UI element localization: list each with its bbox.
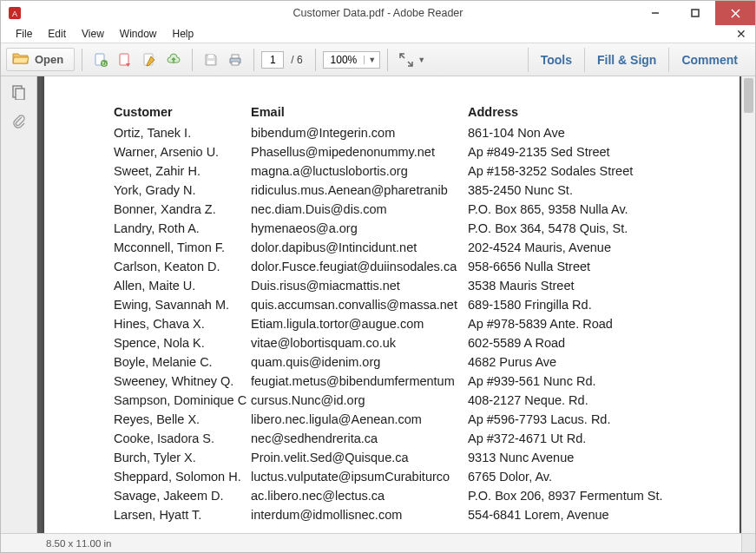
attachments-icon[interactable] — [10, 113, 28, 130]
zoom-value: 100% — [324, 54, 365, 66]
cell-address: 689-1580 Fringilla Rd. — [468, 295, 713, 314]
minimize-button[interactable] — [635, 1, 675, 25]
print-icon[interactable] — [224, 49, 247, 71]
menu-view[interactable]: View — [74, 26, 112, 42]
svg-rect-11 — [207, 61, 214, 64]
cell-customer: Spence, Nola K. — [114, 333, 251, 352]
table-row: Warner, Arsenio U.Phasellus@mipedenonumm… — [114, 142, 713, 161]
window-controls — [635, 1, 755, 25]
cell-address: P.O. Box 364, 5478 Quis, St. — [468, 219, 713, 238]
cloud-upload-icon[interactable] — [162, 49, 185, 71]
page-number-input[interactable] — [261, 51, 284, 69]
table-row: Ortiz, Tanek I.bibendum@Integerin.com861… — [114, 123, 713, 142]
cell-email: luctus.vulputate@ipsumCurabiturco — [251, 467, 468, 486]
fill-sign-panel-button[interactable]: Fill & Sign — [584, 48, 668, 72]
page-dimensions-label: 8.50 x 11.00 in — [46, 538, 111, 549]
cell-email: quis.accumsan.convallis@massa.net — [251, 295, 468, 314]
table-row: Sweet, Zahir H.magna.a@luctuslobortis.or… — [114, 161, 713, 181]
table-row: Spence, Nola K.vitae@lobortisquam.co.uk6… — [114, 333, 713, 352]
cell-customer: Carlson, Keaton D. — [114, 257, 251, 276]
document-viewport[interactable]: Customer Email Address Ortiz, Tanek I.bi… — [37, 76, 755, 533]
menu-file[interactable]: File — [8, 26, 40, 42]
svg-rect-12 — [208, 55, 214, 58]
cell-customer: Larsen, Hyatt T. — [114, 505, 251, 524]
table-row: Allen, Maite U.Duis.risus@miacmattis.net… — [114, 276, 713, 295]
cell-customer: Ortiz, Tanek I. — [114, 123, 251, 142]
cell-email: Etiam.ligula.tortor@augue.com — [251, 314, 468, 333]
tools-panel-button[interactable]: Tools — [528, 48, 584, 72]
cell-address: Ap #939-561 Nunc Rd. — [468, 372, 713, 391]
cell-email: ridiculus.mus.Aenean@pharetranib — [251, 181, 468, 200]
edit-pdf-icon[interactable] — [138, 49, 161, 71]
maximize-button[interactable] — [675, 1, 715, 25]
open-button[interactable]: Open — [6, 48, 75, 71]
cell-customer: Reyes, Belle X. — [114, 410, 251, 429]
cell-address: 202-4524 Mauris, Avenue — [468, 238, 713, 257]
cell-customer: Hines, Chava X. — [114, 314, 251, 333]
read-mode-icon[interactable] — [395, 49, 417, 71]
cell-customer: Boyle, Melanie C. — [114, 352, 251, 372]
cell-address: 602-5589 A Road — [468, 333, 713, 352]
table-row: Sheppard, Solomon H.luctus.vulputate@ips… — [114, 467, 713, 486]
menu-edit[interactable]: Edit — [40, 26, 74, 42]
title-bar: A Customer Data.pdf - Adobe Reader — [1, 1, 755, 25]
right-panel-tabs: Tools Fill & Sign Comment — [528, 48, 750, 72]
cell-customer: Burch, Tyler X. — [114, 448, 251, 467]
cell-customer: Sweet, Zahir H. — [114, 161, 251, 181]
cell-address: Ap #978-5839 Ante. Road — [468, 314, 713, 333]
table-row: Hines, Chava X.Etiam.ligula.tortor@augue… — [114, 314, 713, 333]
menu-bar: File Edit View Window Help ✕ — [1, 25, 755, 43]
svg-text:A: A — [12, 10, 17, 18]
cell-email: Phasellus@mipedenonummy.net — [251, 142, 468, 161]
table-row: Boyle, Melanie C.quam.quis@idenim.org468… — [114, 352, 713, 372]
cell-customer: Sweeney, Whitney Q. — [114, 372, 251, 391]
menu-help[interactable]: Help — [165, 26, 202, 42]
zoom-select[interactable]: 100% ▼ — [323, 51, 381, 69]
table-row: Burch, Tyler X.Proin.velit.Sed@Quisque.c… — [114, 448, 713, 467]
table-row: Ewing, Savannah M.quis.accumsan.convalli… — [114, 295, 713, 314]
comment-panel-button[interactable]: Comment — [668, 48, 750, 72]
document-close-icon[interactable]: ✕ — [736, 27, 746, 41]
svg-text:↻: ↻ — [102, 61, 107, 67]
cell-email: quam.quis@idenim.org — [251, 352, 468, 372]
cell-address: Ap #158-3252 Sodales Street — [468, 161, 713, 181]
pdf-page: Customer Email Address Ortiz, Tanek I.bi… — [44, 76, 740, 533]
cell-address: 4682 Purus Ave — [468, 352, 713, 372]
table-row: Landry, Roth A.hymenaeos@a.orgP.O. Box 3… — [114, 219, 713, 238]
table-header-row: Customer Email Address — [114, 102, 713, 122]
cell-customer: Ewing, Savannah M. — [114, 295, 251, 314]
create-pdf-icon[interactable]: ↻ — [89, 49, 112, 71]
cell-address: 3538 Mauris Street — [468, 276, 713, 295]
header-address: Address — [468, 102, 713, 122]
svg-rect-3 — [692, 10, 699, 16]
chevron-down-icon[interactable]: ▼ — [417, 56, 425, 64]
table-row: Bonner, Xandra Z.nec.diam.Duis@dis.comP.… — [114, 200, 713, 219]
vertical-scrollbar[interactable] — [741, 76, 755, 533]
cell-address: Ap #372-4671 Ut Rd. — [468, 429, 713, 448]
navigation-panel — [1, 76, 37, 533]
cell-email: dolor.Fusce.feugiat@duiinsodales.ca — [251, 257, 468, 276]
cell-address: P.O. Box 865, 9358 Nulla Av. — [468, 200, 713, 219]
scrollbar-thumb[interactable] — [744, 78, 753, 113]
cell-customer: Mcconnell, Timon F. — [114, 238, 251, 257]
save-icon[interactable] — [200, 49, 222, 71]
header-email: Email — [251, 102, 468, 122]
content-area: Customer Email Address Ortiz, Tanek I.bi… — [1, 76, 755, 533]
chevron-down-icon: ▼ — [364, 56, 379, 64]
cell-customer: Sheppard, Solomon H. — [114, 467, 251, 486]
cell-email: dolor.dapibus@Intincidunt.net — [251, 238, 468, 257]
cell-customer: Warner, Arsenio U. — [114, 142, 251, 161]
status-bar: 8.50 x 11.00 in — [1, 533, 755, 552]
cell-customer: Allen, Maite U. — [114, 276, 251, 295]
cell-email: vitae@lobortisquam.co.uk — [251, 333, 468, 352]
cell-customer: Bonner, Xandra Z. — [114, 200, 251, 219]
cell-email: hymenaeos@a.org — [251, 219, 468, 238]
close-button[interactable] — [715, 1, 755, 25]
menu-window[interactable]: Window — [112, 26, 165, 42]
export-pdf-icon[interactable] — [114, 49, 136, 71]
page-thumbnails-icon[interactable] — [10, 83, 28, 101]
cell-address: Ap #596-7793 Lacus. Rd. — [468, 410, 713, 429]
svg-rect-14 — [232, 55, 239, 58]
cell-address: 554-6841 Lorem, Avenue — [468, 505, 713, 524]
cell-email: interdum@idmollisnec.com — [251, 505, 468, 524]
